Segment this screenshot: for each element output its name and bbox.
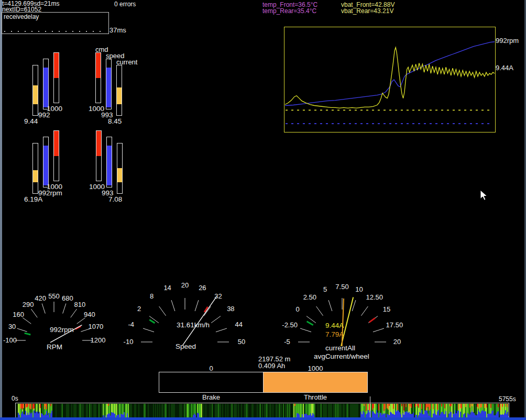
dial-mark (75, 326, 81, 329)
dial-tick-label: 1200 (91, 336, 106, 344)
window-left-border (0, 0, 2, 420)
dial-tick-label: 44 (235, 320, 242, 328)
dial-tick-label: -10 (124, 338, 134, 346)
bar-gauge-current-front-left (32, 65, 38, 116)
chart-series-rpm (285, 42, 495, 106)
current-all-value: 9.44A (325, 322, 344, 330)
dial-tick (352, 300, 356, 311)
dial-tick-label: 5 (323, 285, 327, 293)
dial-tick-label: -4 (128, 320, 135, 328)
dial-rpm: -1003016029042055068081094010701200 (0, 275, 127, 354)
dial-tick-label: 10 (355, 285, 363, 293)
throttle-bar (263, 372, 368, 393)
temp-rear-readout: temp_Rear=35.4°C (262, 8, 316, 15)
dial-tick (316, 306, 323, 316)
dial-tick-label: 1070 (88, 323, 103, 330)
bar-gauge-speed-front-right (106, 59, 112, 109)
avg-current-value: 7.79A (325, 331, 344, 339)
dial-tick (216, 328, 227, 332)
timeline-cursor[interactable] (370, 396, 370, 419)
timeline-end-label: 5755s (499, 396, 516, 403)
dial-tick-label: 30 (8, 323, 16, 330)
dial-tick (171, 300, 175, 311)
bar-gauge-cmd-rear-left (53, 130, 59, 181)
bar-gauge-value-current: 8.45 (108, 118, 122, 126)
dial-tick-label: 940 (84, 311, 95, 318)
timeline-activity-canvas[interactable] (16, 403, 509, 417)
bar-gauge-fill (33, 85, 38, 104)
mouse-cursor (480, 190, 488, 201)
throttle-bar-fill (264, 372, 367, 392)
throttle-label: Throttle (263, 394, 368, 401)
bar-gauge-fill (43, 146, 48, 185)
dial-tick-label: 550 (48, 292, 60, 300)
receive-delay-panel: receivedelay (2, 12, 109, 34)
dial-tick-label: 15 (383, 305, 390, 313)
dial-tick (23, 318, 31, 324)
dial-tick (300, 328, 311, 332)
bar-gauge-current-rear-left (32, 143, 38, 194)
dial-tick (328, 300, 332, 311)
chart-series-current (285, 48, 495, 108)
dial-tick-label: 14 (163, 284, 171, 292)
brake-label: Brake (159, 394, 264, 401)
dial-tick-label: -5 (284, 338, 290, 346)
dial-mark (307, 322, 313, 325)
current-dial-caption: currentAll (325, 345, 355, 352)
bar-gauge-fill (54, 53, 59, 78)
dial-tick-label: 290 (23, 301, 34, 308)
bar-gauge-fill (33, 170, 38, 183)
timeline-strip[interactable] (15, 403, 509, 418)
dial-tick-label: 2.50 (303, 293, 316, 301)
dial-tick (31, 309, 38, 317)
dial-tick-label: 680 (62, 294, 73, 302)
bar-gauge-fill (117, 168, 122, 182)
speed-dial-caption: Speed (176, 343, 196, 351)
error-count: 0 errors (114, 1, 136, 8)
speed-dial-value: 31.61km/h (177, 322, 210, 329)
dial-tick (373, 328, 384, 332)
dial-tick (77, 318, 85, 324)
dial-tick (195, 300, 199, 311)
bar-gauge-cmd-front-left (53, 52, 59, 103)
avg-current-caption: avgCurrent/wheel (314, 353, 369, 361)
dial-tick-label: 38 (227, 305, 234, 313)
dial-tick (143, 328, 154, 332)
bar-gauge-speed-front-left (43, 59, 49, 109)
receive-delay-label: receivedelay (4, 14, 39, 20)
bar-gauge-fill (106, 68, 111, 107)
dial-tick-label: 160 (13, 311, 24, 318)
bar-gauge-fill (43, 68, 48, 107)
chart-current-label: 9.44A (496, 64, 513, 72)
timeline-start-label: 0s (12, 395, 18, 402)
dial-tick-label: 32 (214, 292, 222, 300)
dial-tick (63, 304, 66, 314)
bar-gauge-fill (107, 146, 112, 185)
dial-mark (369, 318, 375, 322)
chart-rpm-label: 992rpm (496, 37, 519, 45)
receive-delay-value: 37ms (109, 27, 126, 34)
dial-tick-label: 7.50 (335, 283, 348, 291)
window-bottom-band (0, 417, 526, 420)
brake-bar (159, 372, 264, 393)
dial-tick (42, 304, 45, 314)
dial-tick-label: 2 (137, 305, 141, 313)
bar-gauge-value-current: 9.44 (24, 118, 38, 126)
bar-gauge-cmd-front-right (95, 52, 101, 103)
dial-tick-label: 0 (295, 305, 299, 313)
dial-mark (149, 319, 155, 323)
dial-tick-label: 26 (199, 284, 206, 292)
dial-tick-label: 17.50 (386, 321, 403, 329)
dial-tick-label: 20 (181, 281, 189, 289)
telemetry-dashboard-window: t=4129.699sd=21ms 0 errors nextID=61052 … (0, 0, 526, 420)
bar-gauge-fill (96, 131, 101, 156)
bar-gauge-fill (96, 53, 101, 78)
receive-delay-sparkline (4, 31, 106, 32)
dial-tick-label: 20 (393, 338, 401, 346)
bar-gauge-current-front-right (116, 65, 122, 116)
dial-tick (211, 316, 221, 323)
dial-tick-label: 8 (150, 292, 154, 300)
dial-tick (361, 306, 368, 316)
bar-gauge-speed-rear-left (43, 137, 49, 187)
dial-tick-label: 12.50 (366, 293, 383, 301)
